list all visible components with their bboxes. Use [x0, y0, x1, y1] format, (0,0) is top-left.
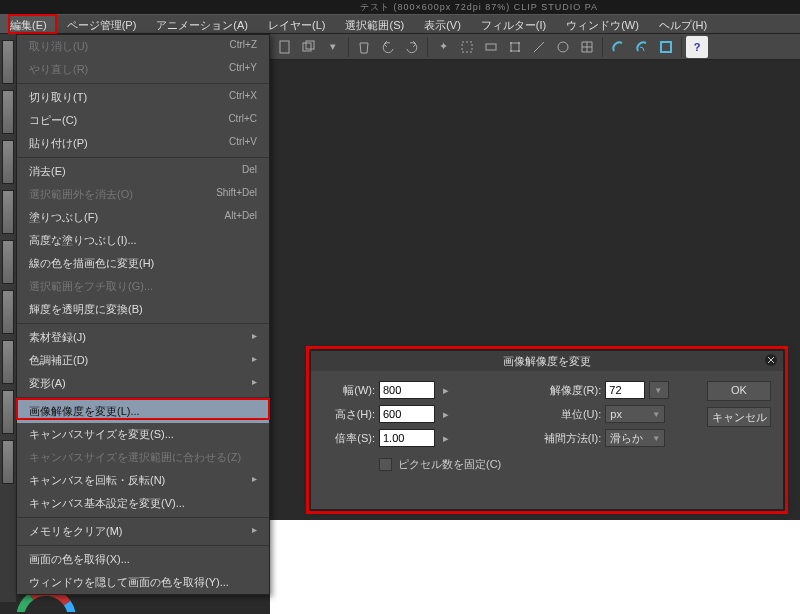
layers-icon[interactable] [298, 36, 320, 58]
rotate3-icon[interactable] [655, 36, 677, 58]
menu-item[interactable]: 素材登録(J)▸ [17, 326, 269, 349]
height-label: 高さ(H): [319, 407, 375, 422]
menu-item: 選択範囲外を消去(O)Shift+Del [17, 183, 269, 206]
edit-dropdown: 取り消し(U)Ctrl+Zやり直し(R)Ctrl+Y切り取り(T)Ctrl+Xコ… [16, 34, 270, 595]
menu-表示[interactable]: 表示(V) [414, 15, 471, 33]
new-icon[interactable] [274, 36, 296, 58]
fix-pixels-checkbox[interactable] [379, 458, 392, 471]
menu-item[interactable]: 輝度を透明度に変換(B) [17, 298, 269, 321]
svg-rect-4 [486, 44, 496, 50]
help-icon[interactable]: ? [686, 36, 708, 58]
menu-item[interactable]: 変形(A)▸ [17, 372, 269, 395]
fix-pixels-label: ピクセル数を固定(C) [398, 457, 501, 472]
rect-select-icon[interactable] [480, 36, 502, 58]
menu-item[interactable]: コピー(C)Ctrl+C [17, 109, 269, 132]
menu-編集[interactable]: 編集(E) [0, 15, 57, 33]
menu-item[interactable]: キャンバスサイズを変更(S)... [17, 423, 269, 446]
menu-item: キャンバスサイズを選択範囲に合わせる(Z) [17, 446, 269, 469]
resolution-field[interactable] [605, 381, 645, 399]
menu-item: 選択範囲をフチ取り(G)... [17, 275, 269, 298]
rotate1-icon[interactable] [607, 36, 629, 58]
shape2-icon[interactable] [552, 36, 574, 58]
height-field[interactable] [379, 405, 435, 423]
menu-item[interactable]: キャンバス基本設定を変更(V)... [17, 492, 269, 515]
menu-item: やり直し(R)Ctrl+Y [17, 58, 269, 81]
menu-item[interactable]: 画面の色を取得(X)... [17, 548, 269, 571]
menu-item[interactable]: 消去(E)Del [17, 160, 269, 183]
delete-icon[interactable] [353, 36, 375, 58]
ok-button[interactable]: OK [707, 381, 771, 401]
menu-ヘルプ[interactable]: ヘルプ(H) [649, 15, 717, 33]
undo-icon[interactable] [377, 36, 399, 58]
rotate2-icon[interactable] [631, 36, 653, 58]
menu-item[interactable]: 画像解像度を変更(L)... [17, 400, 269, 423]
menu-選択範囲[interactable]: 選択範囲(S) [335, 15, 414, 33]
svg-point-7 [518, 42, 520, 44]
crop-icon[interactable] [456, 36, 478, 58]
close-icon[interactable] [763, 353, 779, 369]
svg-rect-0 [280, 41, 289, 53]
menu-item[interactable]: メモリをクリア(M)▸ [17, 520, 269, 543]
svg-point-8 [510, 50, 512, 52]
interp-label: 補間方法(I): [531, 431, 601, 446]
svg-rect-1 [303, 43, 311, 51]
menu-item[interactable]: 線の色を描画色に変更(H) [17, 252, 269, 275]
color-wheel[interactable] [16, 594, 84, 612]
menubar: 編集(E)ページ管理(P)アニメーション(A)レイヤー(L)選択範囲(S)表示(… [0, 14, 800, 34]
menu-item[interactable]: 色調補正(D)▸ [17, 349, 269, 372]
grid-icon[interactable] [576, 36, 598, 58]
svg-rect-3 [462, 42, 472, 52]
arrow-icon[interactable]: ▸ [439, 407, 453, 421]
resolution-dropdown[interactable]: ▼ [649, 381, 669, 399]
cancel-button[interactable]: キャンセル [707, 407, 771, 427]
left-tool-strip [0, 34, 16, 602]
menu-ウィンドウ[interactable]: ウィンドウ(W) [556, 15, 649, 33]
svg-point-10 [558, 42, 568, 52]
svg-rect-2 [306, 41, 314, 49]
redo-icon[interactable] [401, 36, 423, 58]
menu-ページ管理[interactable]: ページ管理(P) [57, 15, 147, 33]
menu-item: 取り消し(U)Ctrl+Z [17, 35, 269, 58]
svg-point-9 [518, 50, 520, 52]
menu-item[interactable]: ウィンドウを隠して画面の色を取得(Y)... [17, 571, 269, 594]
menu-item[interactable]: 塗りつぶし(F)Alt+Del [17, 206, 269, 229]
canvas-area [270, 60, 800, 614]
shape1-icon[interactable] [528, 36, 550, 58]
title-bar: テスト (800×600px 72dpi 87%) CLIP STUDIO PA [0, 0, 800, 14]
arrow-icon[interactable]: ▸ [439, 431, 453, 445]
svg-point-6 [510, 42, 512, 44]
interp-dropdown[interactable]: 滑らか▼ [605, 429, 665, 447]
scale-label: 倍率(S): [319, 431, 375, 446]
select-icon[interactable]: ✦ [432, 36, 454, 58]
width-field[interactable] [379, 381, 435, 399]
menu-item[interactable]: 切り取り(T)Ctrl+X [17, 86, 269, 109]
width-label: 幅(W): [319, 383, 375, 398]
dialog-title: 画像解像度を変更 [311, 351, 783, 371]
menu-item[interactable]: 高度な塗りつぶし(I)... [17, 229, 269, 252]
arrow-icon[interactable]: ▸ [439, 383, 453, 397]
menu-アニメーション[interactable]: アニメーション(A) [146, 15, 258, 33]
menu-item[interactable]: 貼り付け(P)Ctrl+V [17, 132, 269, 155]
menu-フィルター[interactable]: フィルター(I) [471, 15, 556, 33]
svg-rect-11 [661, 42, 671, 52]
resolution-dialog: 画像解像度を変更 幅(W):▸ 高さ(H):▸ 倍率(S):▸ ピクセル数を固定… [310, 350, 784, 510]
toolbar: ▾ ✦ ? [270, 34, 800, 60]
unit-dropdown[interactable]: px▼ [605, 405, 665, 423]
resolution-label: 解像度(R): [531, 383, 601, 398]
menu-レイヤー[interactable]: レイヤー(L) [258, 15, 335, 33]
caret-down-icon[interactable]: ▾ [322, 36, 344, 58]
scale-field[interactable] [379, 429, 435, 447]
svg-rect-5 [511, 43, 519, 51]
unit-label: 単位(U): [531, 407, 601, 422]
menu-item[interactable]: キャンバスを回転・反転(N)▸ [17, 469, 269, 492]
canvas-paper[interactable] [270, 520, 800, 614]
transform-icon[interactable] [504, 36, 526, 58]
